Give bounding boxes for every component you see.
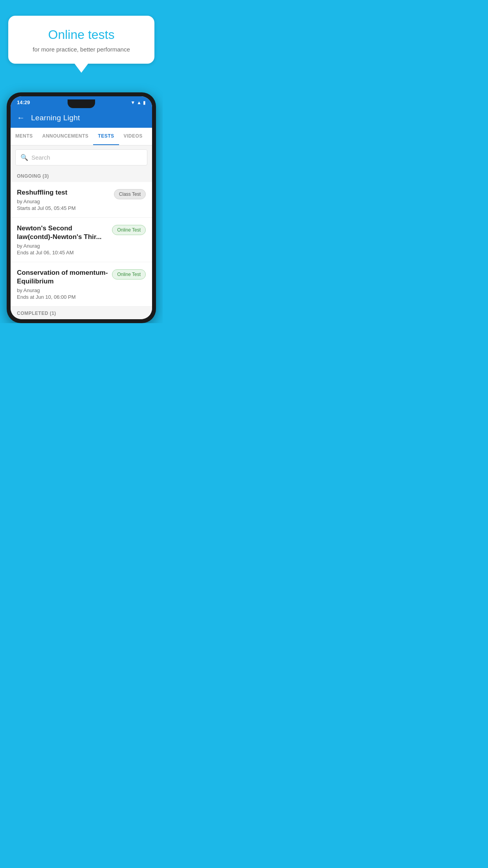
status-icons: ▼ ▲ ▮ [130, 100, 146, 105]
test-title-2: Newton's Second law(contd)-Newton's Thir… [17, 224, 108, 241]
speech-bubble-arrow [74, 63, 88, 73]
test-by-3: by Anurag [17, 287, 108, 293]
app-bar: ← Learning Light [11, 108, 152, 128]
test-list: Reshuffling test by Anurag Starts at Jul… [11, 182, 152, 307]
speech-bubble-title: Online tests [20, 28, 143, 42]
completed-section-header: COMPLETED (1) [11, 307, 152, 319]
test-title-1: Reshuffling test [17, 188, 110, 197]
test-badge-2: Online Test [112, 225, 146, 235]
phone-screen: 14:29 ▼ ▲ ▮ ← Learning Light MENTS ANNOU… [11, 96, 152, 319]
tabs-container: MENTS ANNOUNCEMENTS TESTS VIDEOS [11, 128, 152, 145]
battery-icon: ▮ [143, 100, 146, 105]
speech-bubble-subtitle: for more practice, better performance [20, 46, 143, 53]
test-info-2: Newton's Second law(contd)-Newton's Thir… [17, 224, 108, 256]
phone-frame: 14:29 ▼ ▲ ▮ ← Learning Light MENTS ANNOU… [7, 92, 156, 323]
tab-ments[interactable]: MENTS [11, 128, 38, 145]
tab-announcements[interactable]: ANNOUNCEMENTS [38, 128, 94, 145]
test-badge-3: Online Test [112, 269, 146, 280]
test-info-1: Reshuffling test by Anurag Starts at Jul… [17, 188, 110, 211]
test-item[interactable]: Conservation of momentum-Equilibrium by … [11, 262, 152, 307]
test-info-3: Conservation of momentum-Equilibrium by … [17, 268, 108, 300]
tab-tests[interactable]: TESTS [93, 128, 119, 145]
test-by-1: by Anurag [17, 199, 110, 204]
app-bar-title: Learning Light [31, 114, 80, 122]
status-time: 14:29 [17, 99, 30, 105]
test-item[interactable]: Newton's Second law(contd)-Newton's Thir… [11, 218, 152, 262]
test-badge-1: Class Test [114, 189, 146, 199]
test-time-1: Starts at Jul 05, 05:45 PM [17, 205, 110, 211]
search-icon: 🔍 [20, 154, 28, 161]
speech-bubble: Online tests for more practice, better p… [8, 16, 155, 64]
speech-bubble-container: Online tests for more practice, better p… [8, 16, 155, 73]
test-by-2: by Anurag [17, 243, 108, 249]
signal-icon: ▲ [137, 100, 141, 105]
test-item[interactable]: Reshuffling test by Anurag Starts at Jul… [11, 182, 152, 218]
tab-videos[interactable]: VIDEOS [119, 128, 147, 145]
test-time-2: Ends at Jul 06, 10:45 AM [17, 250, 108, 256]
ongoing-section-header: ONGOING (3) [11, 169, 152, 182]
wifi-icon: ▼ [130, 100, 135, 105]
search-box[interactable]: 🔍 Search [15, 149, 147, 166]
search-placeholder: Search [31, 154, 50, 161]
test-time-3: Ends at Jun 10, 06:00 PM [17, 294, 108, 300]
back-button[interactable]: ← [17, 113, 25, 122]
phone-notch [68, 99, 95, 108]
test-title-3: Conservation of momentum-Equilibrium [17, 268, 108, 286]
search-container: 🔍 Search [11, 145, 152, 169]
